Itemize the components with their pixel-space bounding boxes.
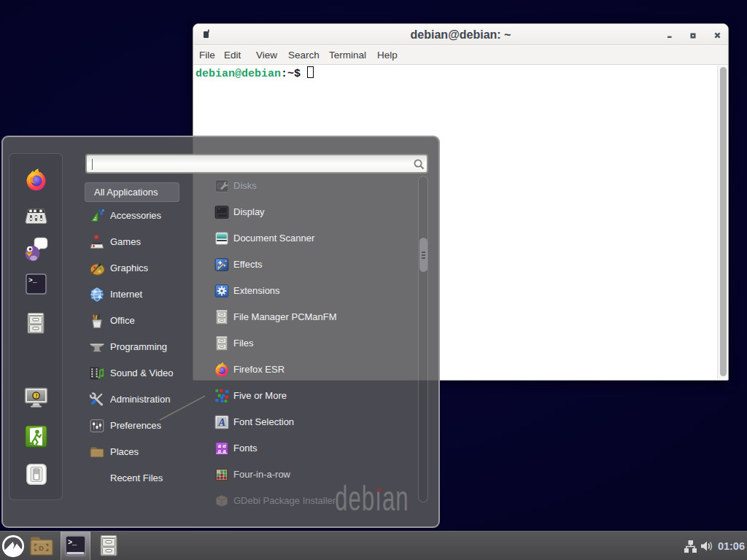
svg-text:a: a <box>218 448 221 454</box>
svg-text:>_: >_ <box>68 539 77 547</box>
svg-text:D: D <box>39 545 44 552</box>
svg-text:A: A <box>217 416 225 428</box>
svg-text:a: a <box>222 448 225 454</box>
svg-text:>_: >_ <box>28 276 37 284</box>
